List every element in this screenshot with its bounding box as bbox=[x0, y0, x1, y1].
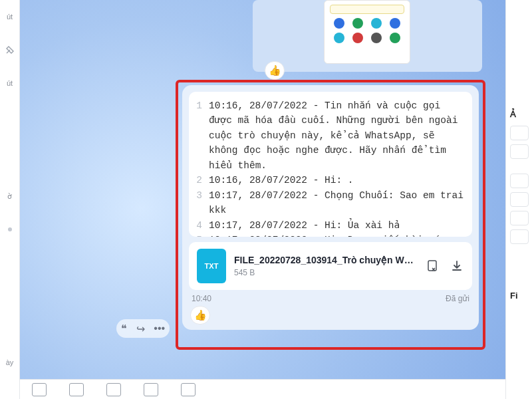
sidebar-section-label: Ả bbox=[506, 106, 532, 122]
left-sidebar: út út ờ ày bbox=[0, 0, 20, 399]
thumb-icon: 👍 bbox=[269, 65, 281, 76]
left-item[interactable]: ày bbox=[0, 346, 19, 379]
quote-button[interactable]: ❝ bbox=[121, 323, 127, 335]
share-button[interactable]: ↪ bbox=[136, 323, 145, 335]
reaction-button[interactable]: 👍 bbox=[265, 61, 285, 80]
sidebar-thumb[interactable] bbox=[510, 126, 529, 140]
more-button[interactable]: ••• bbox=[154, 323, 165, 334]
dot-icon bbox=[8, 227, 12, 231]
left-item[interactable] bbox=[0, 33, 19, 66]
pin-icon bbox=[5, 45, 15, 55]
sidebar-thumb[interactable] bbox=[510, 192, 529, 207]
attach-button[interactable] bbox=[106, 383, 121, 396]
sidebar-thumb[interactable] bbox=[510, 211, 529, 225]
previous-message-image[interactable] bbox=[253, 0, 482, 72]
sidebar-section-label: Fi bbox=[506, 288, 532, 303]
left-item[interactable] bbox=[0, 213, 19, 246]
chat-input-toolbar bbox=[20, 379, 505, 399]
message-hover-actions: ❝ ↪ ••• bbox=[116, 319, 170, 338]
left-item[interactable]: út bbox=[0, 66, 19, 100]
screenshot-button[interactable] bbox=[144, 383, 158, 396]
sidebar-thumb[interactable] bbox=[510, 174, 529, 188]
phone-screenshot bbox=[324, 0, 410, 64]
image-button[interactable] bbox=[69, 383, 84, 396]
sidebar-thumb[interactable] bbox=[510, 229, 529, 244]
left-item[interactable]: út bbox=[0, 0, 19, 33]
right-sidebar: Ả Fi bbox=[505, 0, 532, 399]
card-button[interactable] bbox=[181, 383, 196, 396]
annotation-highlight-box bbox=[176, 80, 485, 350]
sticker-button[interactable] bbox=[32, 383, 47, 396]
sidebar-thumb[interactable] bbox=[510, 144, 529, 159]
left-item[interactable]: ờ bbox=[0, 180, 19, 213]
